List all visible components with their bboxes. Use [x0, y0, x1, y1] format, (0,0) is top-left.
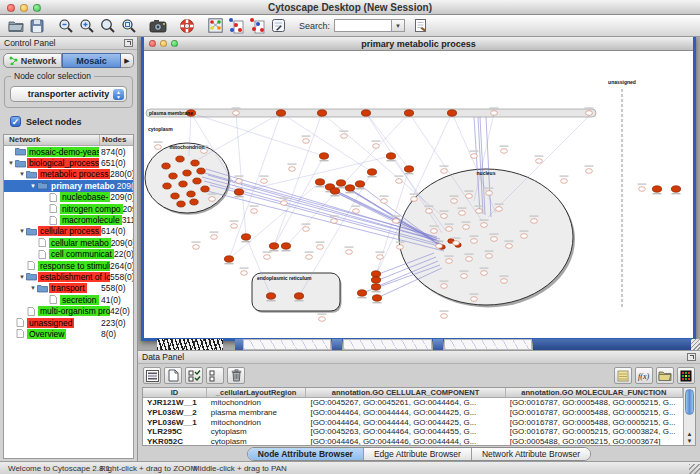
network-node[interactable]: [315, 179, 324, 185]
network-node-small[interactable]: [261, 179, 268, 184]
network-node-small[interactable]: [501, 279, 508, 284]
network-node[interactable]: [197, 168, 205, 174]
background-window-fragment[interactable]: [343, 339, 432, 350]
scroll-up-icon[interactable]: ▲: [687, 431, 693, 438]
compartment-mitochondrion[interactable]: [145, 143, 229, 213]
tree-row-multi-organism-pro[interactable]: multi-organism pro42(0): [4, 305, 133, 316]
network-node-small[interactable]: [491, 111, 498, 116]
zoom-in-icon[interactable]: [76, 16, 97, 35]
search-input[interactable]: [334, 19, 392, 32]
network-node-small[interactable]: [431, 229, 438, 234]
network-node[interactable]: [187, 191, 195, 197]
tab-edge-attribute-browser[interactable]: Edge Attribute Browser: [364, 448, 472, 460]
delete-attribute-icon[interactable]: [227, 367, 245, 384]
tree-row-response-to-stimulu[interactable]: response to stimulu264(0): [4, 260, 133, 271]
tree-expand-icon[interactable]: ▼: [18, 171, 26, 177]
network-node-small[interactable]: [561, 179, 568, 184]
scrollbar-thumb[interactable]: [685, 389, 694, 415]
network-node[interactable]: [319, 153, 328, 159]
network-node-small[interactable]: [586, 111, 593, 116]
tree-row-overview[interactable]: Overview8(0): [4, 328, 133, 339]
compartment-plasma-membrane[interactable]: [146, 109, 596, 117]
network-graph[interactable]: plasma membranecytoplasmmitochondrionnuc…: [144, 51, 693, 338]
network-node-small[interactable]: [303, 139, 310, 144]
network-node[interactable]: [367, 169, 376, 175]
search-dropdown-button[interactable]: ▼: [392, 19, 405, 32]
tree-expand-icon[interactable]: ▼: [18, 228, 26, 234]
network-node[interactable]: [266, 293, 275, 299]
network-node[interactable]: [201, 186, 209, 192]
network-node-small[interactable]: [231, 224, 238, 229]
tree-row-cell-communicat[interactable]: cell communicat22(0): [4, 249, 133, 260]
network-node[interactable]: [179, 181, 187, 187]
network-node-small[interactable]: [346, 250, 353, 255]
tree-row-establishment-of-lo[interactable]: ▼establishment of lo558(0): [4, 271, 133, 282]
network-node[interactable]: [336, 180, 345, 186]
tree-expand-icon[interactable]: ▼: [29, 183, 37, 189]
network-node[interactable]: [404, 110, 413, 116]
app-resize-grip[interactable]: [689, 464, 700, 474]
network-node-small[interactable]: [441, 214, 448, 219]
network-node-small[interactable]: [341, 134, 348, 139]
network-window-titlebar[interactable]: primary metabolic process: [144, 37, 693, 51]
network-node[interactable]: [190, 199, 198, 205]
network-node-small[interactable]: [486, 191, 493, 196]
network-node-small[interactable]: [451, 199, 458, 204]
network-node[interactable]: [281, 243, 290, 249]
network-node[interactable]: [317, 110, 326, 116]
tab-node-attribute-browser[interactable]: Node Attribute Browser: [248, 448, 364, 460]
network-node[interactable]: [386, 153, 395, 159]
table-header-col2[interactable]: annotation.GO CELLULAR_COMPONENT: [306, 388, 505, 397]
network-node-small[interactable]: [193, 245, 200, 250]
more-tabs-button[interactable]: ▶: [121, 53, 134, 68]
background-window-fragment[interactable]: [157, 339, 223, 350]
tree-column-network[interactable]: Network: [4, 135, 100, 145]
tree-row-nucleobase-[interactable]: nucleobase-209(0): [4, 192, 133, 203]
network-node-small[interactable]: [236, 179, 243, 184]
network-node-small[interactable]: [317, 245, 324, 250]
tree-expand-icon[interactable]: ▼: [7, 160, 15, 166]
network-node-small[interactable]: [521, 234, 528, 239]
background-window-fragment[interactable]: [444, 339, 532, 350]
tree-row-primary-metabo[interactable]: ▼primary metabo209(...: [4, 180, 133, 191]
network-node-small[interactable]: [155, 145, 162, 150]
table-row-ypl036w__2[interactable]: YPL036W__2plasma membrane[GO:0044464, GO…: [143, 408, 683, 418]
zoom-out-icon[interactable]: [55, 16, 76, 35]
network-node[interactable]: [447, 110, 456, 116]
network-node-small[interactable]: [393, 219, 400, 224]
table-row-yjr121w__1[interactable]: YJR121W__1mitochondrion[GO:0045267, GO:0…: [143, 398, 683, 408]
network-node[interactable]: [330, 188, 339, 194]
tree-row-biological-process[interactable]: ▼biological_process651(0): [4, 157, 133, 168]
window-resize-grip[interactable]: [691, 339, 700, 350]
background-window-fragment[interactable]: [332, 339, 342, 350]
zoom-window-button[interactable]: [33, 4, 41, 12]
open-icon[interactable]: [5, 16, 26, 35]
network-node[interactable]: [671, 186, 680, 192]
network-node-small[interactable]: [466, 257, 473, 262]
tab-network-attribute-browser[interactable]: Network Attribute Browser: [472, 448, 590, 460]
network-node-small[interactable]: [441, 284, 448, 289]
network-node-small[interactable]: [241, 271, 248, 276]
tree-expand-icon[interactable]: ▼: [29, 285, 37, 291]
background-window-fragment[interactable]: [243, 339, 331, 350]
tree-row-cellular-metabo[interactable]: cellular metabo209(0): [4, 237, 133, 248]
network-node[interactable]: [361, 110, 370, 116]
vizmapper-icon[interactable]: [205, 16, 226, 35]
zoom-fit-icon[interactable]: [97, 16, 118, 35]
save-icon[interactable]: [26, 16, 47, 35]
help-icon[interactable]: [176, 16, 197, 35]
function-icon[interactable]: f(x): [635, 367, 653, 384]
tree-expand-icon[interactable]: ▼: [18, 274, 26, 280]
attribute-columns-icon[interactable]: [143, 367, 161, 384]
network-node[interactable]: [224, 256, 233, 262]
network-node[interactable]: [176, 156, 184, 162]
table-header-col1[interactable]: _cellularLayoutRegion: [207, 388, 307, 397]
network-node-small[interactable]: [531, 219, 538, 224]
network-node[interactable]: [357, 290, 366, 296]
zoom-selected-icon[interactable]: [118, 16, 139, 35]
network-node-small[interactable]: [396, 179, 403, 184]
network-node[interactable]: [355, 181, 364, 187]
network-node[interactable]: [177, 201, 185, 207]
network-canvas[interactable]: plasma membranecytoplasmmitochondrionnuc…: [144, 51, 693, 338]
background-window-fragment[interactable]: [533, 339, 691, 350]
